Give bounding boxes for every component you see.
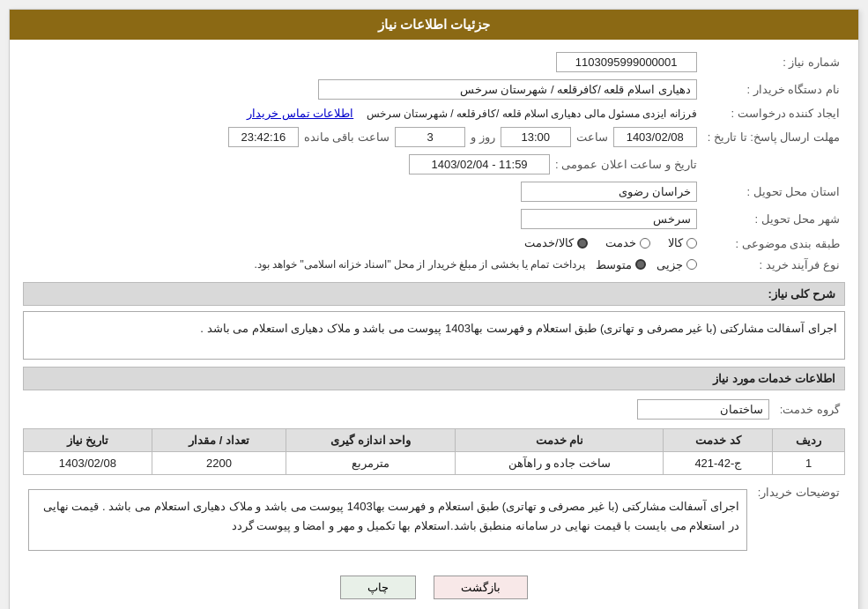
page-title: جزئیات اطلاعات نیاز (378, 17, 490, 32)
print-button[interactable]: چاپ (340, 576, 416, 599)
category-khadamat[interactable]: خدمت (605, 236, 650, 249)
cell-qty: 2200 (152, 451, 286, 474)
service-group-value: ساختمان (23, 396, 775, 423)
col-code: کد خدمت (664, 428, 773, 451)
col-name: نام خدمت (456, 428, 664, 451)
contact-link[interactable]: اطلاعات تماس خریدار (247, 107, 353, 120)
process-options: جزیی متوسط پرداخت تمام یا بخشی از مبلغ خ… (23, 255, 702, 275)
need-number-value: 1103095999000001 (67, 48, 701, 76)
creator-value: فرزانه ایزدی مسئول مالی دهیاری اسلام قلع… (23, 103, 702, 123)
cell-unit: مترمربع (286, 451, 456, 474)
category-kala-khadamat[interactable]: کالا/خدمت (524, 236, 588, 249)
buyer-comment-value: اجرای آسفالت مشارکتی (با غیر مصرفی و تها… (23, 482, 753, 558)
services-header: اطلاعات خدمات مورد نیاز (23, 367, 845, 390)
process-label: نوع فرآیند خرید : (702, 255, 845, 275)
city-label: شهر محل تحویل : (702, 205, 845, 233)
send-date-label: مهلت ارسال پاسخ: تا تاریخ : (702, 123, 845, 151)
category-options: کالا خدمت کالا/خدمت (23, 233, 702, 255)
page-header: جزئیات اطلاعات نیاز (10, 10, 858, 40)
col-date: تاریخ نیاز (24, 428, 152, 451)
buyer-name-label: نام دستگاه خریدار : (702, 76, 845, 103)
col-qty: تعداد / مقدار (152, 428, 286, 451)
buyer-name-value: دهیاری اسلام قلعه /کافرقلعه / شهرستان سر… (23, 76, 702, 103)
announce-row: تاریخ و ساعت اعلان عمومی : 1403/02/04 - … (23, 151, 702, 178)
cell-date: 1403/02/08 (24, 451, 152, 474)
buyer-comment-header: توضیحات خریدار: (753, 482, 845, 558)
cell-name: ساخت جاده و راهآهن (456, 451, 664, 474)
category-label: طبقه بندی موضوعی : (702, 233, 845, 255)
footer-buttons: بازگشت چاپ (23, 565, 845, 608)
cell-row: 1 (773, 451, 845, 474)
need-number-label: شماره نیاز : (702, 48, 845, 76)
general-desc-header: شرح کلی نیاز: (23, 282, 845, 306)
province-value: خراسان رضوی (23, 178, 702, 205)
category-kala[interactable]: کالا (668, 236, 697, 249)
process-desc: پرداخت تمام یا بخشی از مبلغ خریدار از مح… (255, 258, 585, 271)
back-button[interactable]: بازگشت (434, 576, 528, 599)
service-group-label: گروه خدمت: (775, 396, 845, 423)
process-motawaset[interactable]: متوسط (596, 258, 646, 271)
table-row: 1ج-42-421ساخت جاده و راهآهنمترمربع220014… (24, 451, 845, 474)
city-value: سرخس (23, 205, 702, 233)
cell-code: ج-42-421 (664, 451, 773, 474)
general-desc-value: اجرای آسفالت مشارکتی (با غیر مصرفی و تها… (23, 311, 845, 360)
send-date-row: 1403/02/08 ساعت 13:00 روز و 3 ساعت باقی … (23, 123, 702, 151)
col-unit: واحد اندازه گیری (286, 428, 456, 451)
services-table: ردیف کد خدمت نام خدمت واحد اندازه گیری ت… (23, 428, 845, 475)
province-label: استان محل تحویل : (702, 178, 845, 205)
process-jazii[interactable]: جزیی (657, 258, 697, 271)
creator-label: ایجاد کننده درخواست : (702, 103, 845, 123)
col-row: ردیف (773, 428, 845, 451)
